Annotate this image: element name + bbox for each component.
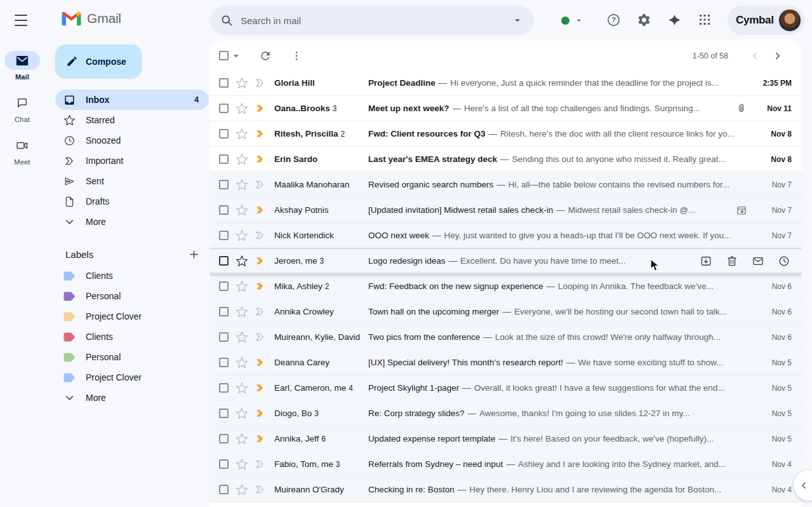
star-icon[interactable] bbox=[236, 102, 248, 115]
snooze-button[interactable] bbox=[778, 255, 790, 267]
email-row[interactable]: Mika, Ashley2 Fwd: Feedback on the new s… bbox=[210, 274, 802, 299]
account-button[interactable]: Cymbal bbox=[728, 6, 804, 35]
email-row[interactable]: Diogo, Bo3 Re: Corp strategy slides?—Awe… bbox=[210, 401, 802, 426]
email-row[interactable]: Akshay Potnis [Updated invitation] Midwe… bbox=[210, 198, 802, 223]
sidebar-label-project-clover-2[interactable]: Project Clover bbox=[55, 367, 209, 388]
star-icon[interactable] bbox=[236, 407, 248, 420]
email-row[interactable]: Maalika Manoharan Revised organic search… bbox=[210, 172, 802, 198]
importance-marker-icon[interactable] bbox=[254, 458, 266, 470]
star-icon[interactable] bbox=[236, 179, 248, 191]
select-all-checkbox[interactable] bbox=[219, 51, 229, 60]
sidebar-labels-more[interactable]: More bbox=[55, 388, 209, 408]
importance-marker-icon[interactable] bbox=[254, 356, 266, 368]
sidebar-label-personal-1[interactable]: Personal bbox=[55, 286, 209, 306]
importance-marker-icon[interactable] bbox=[254, 229, 266, 241]
sidebar-label-project-clover-1[interactable]: Project Clover bbox=[55, 306, 209, 327]
email-row[interactable]: Fabio, Tom, me3 Referrals from Sydney – … bbox=[210, 452, 802, 477]
mark-as-read-button[interactable] bbox=[752, 255, 764, 267]
email-row[interactable]: Annika Crowley Town hall on the upcoming… bbox=[210, 299, 802, 325]
row-checkbox[interactable] bbox=[219, 459, 229, 469]
delete-button[interactable] bbox=[726, 255, 738, 267]
importance-marker-icon[interactable] bbox=[254, 179, 266, 191]
select-options-caret-icon[interactable] bbox=[230, 50, 242, 62]
star-icon[interactable] bbox=[236, 229, 248, 242]
create-label-button[interactable] bbox=[188, 248, 200, 260]
row-checkbox[interactable] bbox=[219, 129, 229, 139]
sidebar-label-clients-1[interactable]: Clients bbox=[55, 266, 209, 286]
star-icon[interactable] bbox=[236, 382, 248, 395]
email-row[interactable]: Nick Kortendick OOO next week—Hey, just … bbox=[210, 223, 802, 248]
star-icon[interactable] bbox=[236, 77, 248, 90]
importance-marker-icon[interactable] bbox=[254, 483, 266, 496]
importance-marker-icon[interactable] bbox=[254, 280, 266, 292]
row-checkbox[interactable] bbox=[219, 383, 229, 393]
search-input[interactable] bbox=[241, 15, 511, 26]
newer-page-button[interactable] bbox=[743, 44, 766, 67]
row-checkbox[interactable] bbox=[219, 434, 229, 443]
email-row[interactable]: Annika, Jeff6 Updated expense report tem… bbox=[210, 426, 802, 452]
row-checkbox[interactable] bbox=[219, 205, 229, 215]
main-menu-button[interactable] bbox=[15, 15, 27, 26]
presence-status[interactable] bbox=[561, 15, 584, 25]
search-icon[interactable] bbox=[220, 14, 233, 27]
row-checkbox[interactable] bbox=[219, 485, 229, 494]
importance-marker-icon[interactable] bbox=[254, 306, 266, 318]
importance-marker-icon[interactable] bbox=[254, 204, 266, 216]
row-checkbox[interactable] bbox=[219, 409, 229, 418]
sidebar-item-sent[interactable]: Sent bbox=[55, 171, 209, 191]
sidebar-label-personal-2[interactable]: Personal bbox=[55, 347, 209, 367]
email-row[interactable]: Jeroen, me3 Logo redesign ideas—Excellen… bbox=[210, 248, 802, 274]
avatar[interactable] bbox=[778, 9, 801, 32]
star-icon[interactable] bbox=[236, 153, 248, 166]
row-checkbox[interactable] bbox=[219, 307, 229, 316]
importance-marker-icon[interactable] bbox=[254, 255, 266, 267]
row-checkbox[interactable] bbox=[219, 231, 229, 240]
star-icon[interactable] bbox=[236, 356, 248, 369]
refresh-button[interactable] bbox=[259, 50, 272, 62]
star-icon[interactable] bbox=[236, 306, 248, 318]
importance-marker-icon[interactable] bbox=[254, 153, 266, 165]
star-icon[interactable] bbox=[236, 331, 248, 344]
search-options-caret-icon[interactable] bbox=[511, 14, 524, 27]
row-checkbox[interactable] bbox=[219, 358, 229, 367]
email-row[interactable]: Earl, Cameron, me4 Project Skylight 1-pa… bbox=[210, 375, 802, 401]
sidebar-item-inbox[interactable]: Inbox 4 bbox=[55, 90, 209, 110]
email-row[interactable]: Muireann, Kylie, David Two pics from the… bbox=[210, 325, 802, 350]
sidebar-item-more[interactable]: More bbox=[55, 212, 209, 232]
email-row[interactable]: Erin Sardo Last year's EMEA strategy dec… bbox=[210, 147, 802, 172]
rail-item-meet[interactable]: Meet bbox=[0, 136, 44, 166]
row-checkbox[interactable] bbox=[219, 332, 229, 342]
row-checkbox[interactable] bbox=[219, 180, 229, 189]
row-checkbox[interactable] bbox=[219, 256, 229, 266]
importance-marker-icon[interactable] bbox=[254, 331, 266, 343]
row-checkbox[interactable] bbox=[219, 281, 229, 291]
row-checkbox[interactable] bbox=[219, 78, 229, 88]
archive-button[interactable] bbox=[700, 255, 712, 267]
star-icon[interactable] bbox=[236, 128, 248, 140]
email-row[interactable]: Muireann O'Grady Checking in re: Boston—… bbox=[210, 477, 802, 503]
star-icon[interactable] bbox=[236, 280, 248, 293]
sidebar-item-starred[interactable]: Starred bbox=[55, 110, 209, 130]
rail-item-mail[interactable]: Mail bbox=[0, 51, 44, 81]
email-row[interactable]: Deanna Carey [UX] Special delivery! This… bbox=[210, 350, 802, 375]
row-checkbox[interactable] bbox=[219, 104, 229, 113]
star-icon[interactable] bbox=[236, 458, 248, 471]
star-icon[interactable] bbox=[236, 433, 248, 445]
email-row[interactable]: Oana..Brooks3 Meet up next week?—Here's … bbox=[210, 96, 802, 121]
row-checkbox[interactable] bbox=[219, 154, 229, 164]
importance-marker-icon[interactable] bbox=[254, 433, 266, 445]
email-row[interactable]: Gloria Hill Project Deadline—Hi everyone… bbox=[210, 71, 802, 96]
importance-marker-icon[interactable] bbox=[254, 382, 266, 394]
star-icon[interactable] bbox=[236, 255, 248, 267]
compose-button[interactable]: Compose bbox=[55, 44, 142, 78]
gemini-button[interactable] bbox=[662, 7, 687, 32]
settings-button[interactable] bbox=[631, 7, 656, 32]
star-icon[interactable] bbox=[236, 483, 248, 496]
importance-marker-icon[interactable] bbox=[254, 407, 266, 419]
sidebar-label-clients-2[interactable]: Clients bbox=[55, 327, 209, 347]
star-icon[interactable] bbox=[236, 204, 248, 217]
sidebar-item-snoozed[interactable]: Snoozed bbox=[55, 130, 209, 151]
importance-marker-icon[interactable] bbox=[254, 102, 266, 114]
apps-grid-button[interactable] bbox=[692, 7, 717, 32]
older-page-button[interactable] bbox=[766, 44, 789, 67]
